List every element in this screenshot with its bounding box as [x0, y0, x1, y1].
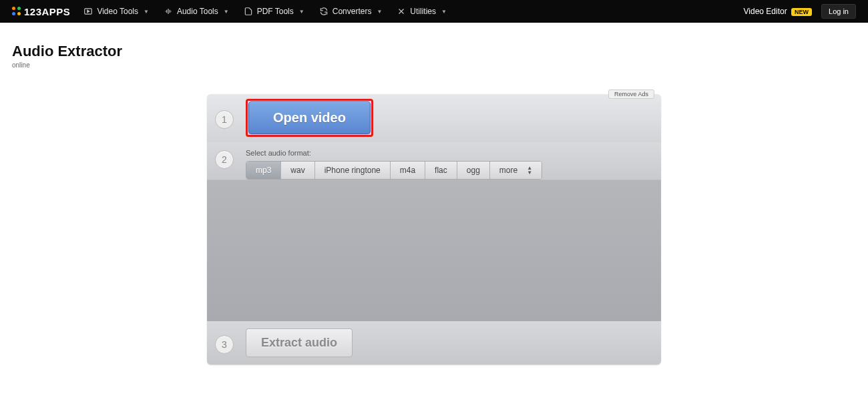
play-icon — [83, 7, 93, 16]
remove-ads-link[interactable]: Remove Ads — [608, 89, 654, 99]
step-3-row: 3 Extract audio — [207, 321, 661, 365]
step-1-row: 1 Open video — [207, 94, 661, 142]
extract-audio-button[interactable]: Extract audio — [246, 329, 353, 357]
format-bar: mp3 wav iPhone ringtone m4a flac ogg mor… — [246, 161, 542, 180]
chevron-down-icon: ▼ — [377, 9, 382, 15]
top-nav-bar: 123APPS Video Tools▼ Audio Tools▼ PDF To… — [0, 0, 868, 23]
nav-pdf-tools[interactable]: PDF Tools▼ — [244, 7, 304, 16]
nav-menu: Video Tools▼ Audio Tools▼ PDF Tools▼ Con… — [83, 7, 447, 16]
nav-audio-label: Audio Tools — [177, 7, 218, 16]
document-icon — [244, 7, 253, 16]
up-down-icon: ▲▼ — [527, 166, 532, 175]
nav-converters-label: Converters — [333, 7, 372, 16]
nav-utilities[interactable]: Utilities▼ — [397, 7, 447, 16]
nav-pdf-label: PDF Tools — [257, 7, 294, 16]
open-video-button[interactable]: Open video — [248, 101, 371, 134]
format-mp3-button[interactable]: mp3 — [246, 162, 281, 179]
app-panel-wrapper: Remove Ads 1 Open video 2 Select audio f… — [207, 94, 661, 365]
workspace-area — [207, 180, 661, 321]
step-2-number: 2 — [215, 150, 234, 169]
new-badge: NEW — [791, 8, 812, 16]
video-editor-link[interactable]: Video Editor NEW — [744, 7, 813, 16]
format-ogg-button[interactable]: ogg — [457, 162, 490, 179]
chevron-down-icon: ▼ — [299, 9, 304, 15]
page-title: Audio Extractor — [0, 23, 868, 61]
logo-dots-icon — [12, 7, 21, 16]
format-more-button[interactable]: more ▲▼ — [490, 162, 541, 179]
top-nav-right: Video Editor NEW Log in — [744, 4, 856, 19]
step-2-content: Select audio format: mp3 wav iPhone ring… — [246, 148, 542, 180]
tools-icon — [397, 7, 406, 16]
video-editor-label: Video Editor — [744, 7, 787, 16]
app-panel: 1 Open video 2 Select audio format: mp3 … — [207, 94, 661, 365]
nav-audio-tools[interactable]: Audio Tools▼ — [164, 7, 229, 16]
audio-wave-icon — [164, 7, 173, 16]
chevron-down-icon: ▼ — [441, 9, 447, 15]
chevron-down-icon: ▼ — [224, 9, 229, 15]
nav-video-tools[interactable]: Video Tools▼ — [83, 7, 149, 16]
nav-converters[interactable]: Converters▼ — [319, 7, 383, 16]
page-subtitle: online — [0, 61, 868, 69]
step-2-row: 2 Select audio format: mp3 wav iPhone ri… — [207, 142, 661, 180]
svg-marker-1 — [87, 10, 89, 13]
step-3-number: 3 — [215, 335, 234, 354]
brand-logo[interactable]: 123APPS — [12, 6, 70, 17]
nav-utilities-label: Utilities — [410, 7, 436, 16]
convert-icon — [319, 7, 329, 16]
format-wav-button[interactable]: wav — [281, 162, 314, 179]
format-more-label: more — [499, 166, 517, 175]
step-1-number: 1 — [215, 110, 234, 129]
format-flac-button[interactable]: flac — [425, 162, 457, 179]
format-label: Select audio format: — [246, 149, 542, 157]
open-video-highlight-frame: Open video — [246, 99, 373, 137]
nav-video-label: Video Tools — [97, 7, 138, 16]
format-ringtone-button[interactable]: iPhone ringtone — [315, 162, 391, 179]
format-m4a-button[interactable]: m4a — [391, 162, 425, 179]
login-button[interactable]: Log in — [821, 4, 856, 19]
chevron-down-icon: ▼ — [144, 9, 149, 15]
brand-name: 123APPS — [24, 6, 70, 17]
